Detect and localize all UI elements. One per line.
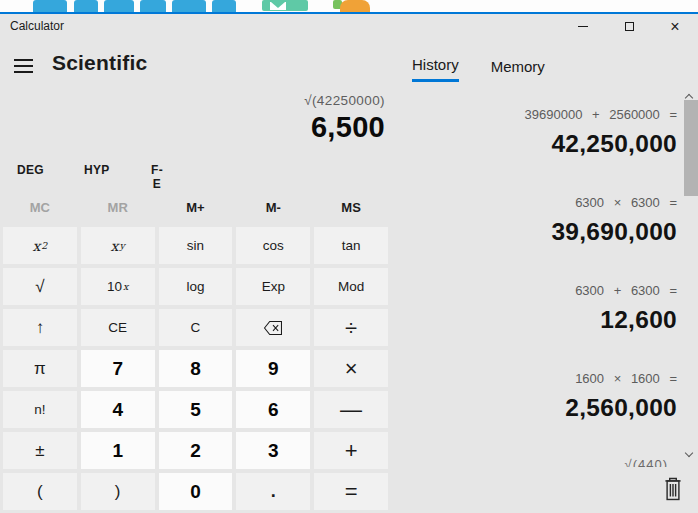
- six-button[interactable]: 6: [236, 391, 310, 428]
- memory-clear-button: MC: [3, 190, 77, 224]
- tab-memory[interactable]: Memory: [491, 56, 545, 82]
- seven-label: 7: [112, 358, 123, 380]
- memory-store-button[interactable]: MS: [314, 190, 388, 224]
- history-entry[interactable]: 6300 × 6300 =39,690,000: [394, 195, 677, 247]
- eight-button[interactable]: 8: [159, 350, 233, 387]
- deg-toggle[interactable]: DEG: [17, 163, 44, 177]
- three-button[interactable]: 3: [236, 432, 310, 469]
- factorial-button[interactable]: n!: [3, 391, 77, 428]
- equals-label: =: [345, 479, 358, 505]
- modulo-label: Mod: [338, 279, 364, 294]
- x-power-y-button[interactable]: xy: [81, 227, 155, 264]
- background-text-fragment: [104, 0, 134, 12]
- factorial-label: n!: [34, 402, 45, 417]
- close-icon: ×: [670, 19, 679, 35]
- multiply-label: ×: [345, 356, 358, 382]
- memory-row: MCMRM+M-MS: [0, 190, 391, 224]
- sin-label: sin: [187, 238, 204, 253]
- open-paren-label: (: [37, 482, 43, 502]
- clear-history-button[interactable]: [661, 477, 685, 503]
- close-button[interactable]: ×: [652, 14, 698, 39]
- display-expression: √(42250000): [0, 92, 385, 109]
- keypad: x2xysincostan√10xlogExpMod↑CEC÷π789×n!45…: [0, 227, 391, 510]
- history-entry-result: 42,250,000: [394, 129, 677, 159]
- modulo-button[interactable]: Mod: [314, 268, 388, 305]
- background-text-fragment: [212, 0, 236, 12]
- memory-add-button[interactable]: M+: [159, 190, 233, 224]
- hyp-toggle[interactable]: HYP: [84, 163, 110, 177]
- memory-recall-button: MR: [81, 190, 155, 224]
- sin-button[interactable]: sin: [159, 227, 233, 264]
- plus-minus-button[interactable]: ±: [3, 432, 77, 469]
- history-entry-expression: 6300 × 6300 =: [394, 195, 677, 210]
- backspace-button[interactable]: [236, 309, 310, 346]
- cos-label: cos: [263, 238, 284, 253]
- divide-label: ÷: [345, 315, 357, 341]
- one-label: 1: [112, 440, 123, 462]
- nine-button[interactable]: 9: [236, 350, 310, 387]
- background-tile: [262, 0, 308, 11]
- ten-power-x-label: 10x: [107, 279, 128, 294]
- minus-label: —: [340, 397, 362, 423]
- envelope-icon: [270, 2, 286, 10]
- history-entry-result: 39,690,000: [394, 217, 677, 247]
- exponent-label: Exp: [262, 279, 285, 294]
- close-paren-label: ): [115, 482, 121, 502]
- history-entry-partial[interactable]: √(440): [394, 455, 668, 467]
- square-button[interactable]: x2: [3, 227, 77, 264]
- cos-button[interactable]: cos: [236, 227, 310, 264]
- two-button[interactable]: 2: [159, 432, 233, 469]
- four-button[interactable]: 4: [81, 391, 155, 428]
- seven-button[interactable]: 7: [81, 350, 155, 387]
- history-entry[interactable]: 1600 × 1600 =2,560,000: [394, 371, 677, 423]
- background-orange-shape: [340, 0, 370, 12]
- background-window-strip: [0, 0, 698, 12]
- divide-button[interactable]: ÷: [314, 309, 388, 346]
- plus-minus-label: ±: [35, 441, 44, 461]
- history-entry[interactable]: 6300 + 6300 =12,600: [394, 283, 677, 335]
- history-entry-expression: 39690000 + 2560000 =: [394, 107, 677, 122]
- background-text-fragment: [33, 0, 67, 12]
- shift-label: ↑: [36, 318, 45, 338]
- history-entry-expression: 1600 × 1600 =: [394, 371, 677, 386]
- zero-button[interactable]: 0: [159, 473, 233, 510]
- minus-button[interactable]: —: [314, 391, 388, 428]
- scrollbar-thumb[interactable]: [684, 100, 698, 196]
- open-paren-button[interactable]: (: [3, 473, 77, 510]
- clear-entry-button[interactable]: CE: [81, 309, 155, 346]
- pi-button[interactable]: π: [3, 350, 77, 387]
- multiply-button[interactable]: ×: [314, 350, 388, 387]
- shift-button[interactable]: ↑: [3, 309, 77, 346]
- clear-button[interactable]: C: [159, 309, 233, 346]
- decimal-label: .: [271, 481, 276, 502]
- minimize-button[interactable]: [560, 14, 606, 39]
- scrollbar-down-button[interactable]: [682, 446, 696, 458]
- plus-button[interactable]: +: [314, 432, 388, 469]
- ten-power-x-button[interactable]: 10x: [81, 268, 155, 305]
- chevron-down-icon: [685, 448, 693, 456]
- log-label: log: [186, 279, 204, 294]
- tan-button[interactable]: tan: [314, 227, 388, 264]
- equals-button[interactable]: =: [314, 473, 388, 510]
- backspace-icon: [263, 320, 283, 336]
- log-button[interactable]: log: [159, 268, 233, 305]
- history-entry[interactable]: 39690000 + 2560000 =42,250,000: [394, 107, 677, 159]
- f-e-toggle[interactable]: F-E: [151, 163, 163, 191]
- zero-label: 0: [190, 481, 201, 503]
- memory-subtract-button[interactable]: M-: [236, 190, 310, 224]
- background-text-fragment: [140, 0, 166, 12]
- three-label: 3: [268, 440, 279, 462]
- titlebar: Calculator ×: [0, 14, 698, 39]
- menu-button[interactable]: [6, 53, 40, 79]
- one-button[interactable]: 1: [81, 432, 155, 469]
- nine-label: 9: [268, 358, 279, 380]
- five-button[interactable]: 5: [159, 391, 233, 428]
- tab-history[interactable]: History: [412, 56, 459, 82]
- decimal-button[interactable]: .: [236, 473, 310, 510]
- exponent-button[interactable]: Exp: [236, 268, 310, 305]
- maximize-button[interactable]: [606, 14, 652, 39]
- five-label: 5: [190, 399, 201, 421]
- clear-entry-label: CE: [108, 320, 127, 335]
- close-paren-button[interactable]: ): [81, 473, 155, 510]
- square-root-button[interactable]: √: [3, 268, 77, 305]
